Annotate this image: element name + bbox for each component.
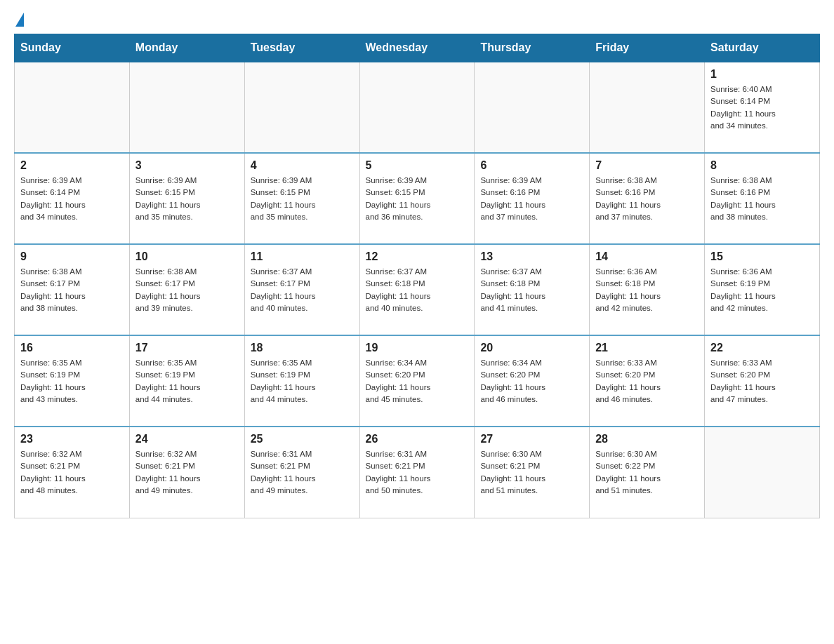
day-info: Sunrise: 6:38 AM Sunset: 6:16 PM Dayligh… bbox=[710, 175, 814, 223]
day-number: 22 bbox=[710, 342, 814, 354]
calendar-week-row: 1Sunrise: 6:40 AM Sunset: 6:14 PM Daylig… bbox=[15, 62, 820, 153]
day-number: 1 bbox=[710, 68, 814, 81]
day-info: Sunrise: 6:40 AM Sunset: 6:14 PM Dayligh… bbox=[710, 83, 814, 132]
calendar-table: SundayMondayTuesdayWednesdayThursdayFrid… bbox=[14, 34, 820, 518]
calendar-day-cell bbox=[129, 62, 244, 153]
day-info: Sunrise: 6:33 AM Sunset: 6:20 PM Dayligh… bbox=[595, 357, 699, 405]
calendar-day-cell: 4Sunrise: 6:39 AM Sunset: 6:15 PM Daylig… bbox=[244, 153, 359, 244]
day-number: 4 bbox=[251, 159, 354, 172]
calendar-day-cell: 12Sunrise: 6:37 AM Sunset: 6:18 PM Dayli… bbox=[359, 244, 475, 335]
day-info: Sunrise: 6:38 AM Sunset: 6:17 PM Dayligh… bbox=[20, 266, 124, 314]
calendar-day-cell: 22Sunrise: 6:33 AM Sunset: 6:20 PM Dayli… bbox=[705, 335, 820, 427]
calendar-day-cell: 21Sunrise: 6:33 AM Sunset: 6:20 PM Dayli… bbox=[590, 335, 705, 427]
calendar-day-cell: 20Sunrise: 6:34 AM Sunset: 6:20 PM Dayli… bbox=[475, 335, 590, 427]
calendar-day-cell: 26Sunrise: 6:31 AM Sunset: 6:21 PM Dayli… bbox=[359, 427, 475, 518]
day-number: 26 bbox=[366, 433, 469, 445]
calendar-header-row: SundayMondayTuesdayWednesdayThursdayFrid… bbox=[15, 34, 820, 62]
day-number: 12 bbox=[366, 250, 469, 263]
calendar-day-cell: 9Sunrise: 6:38 AM Sunset: 6:17 PM Daylig… bbox=[15, 244, 130, 335]
calendar-day-cell bbox=[475, 62, 590, 153]
day-number: 2 bbox=[20, 159, 124, 172]
day-info: Sunrise: 6:34 AM Sunset: 6:20 PM Dayligh… bbox=[480, 357, 583, 405]
day-info: Sunrise: 6:36 AM Sunset: 6:19 PM Dayligh… bbox=[710, 266, 814, 314]
day-info: Sunrise: 6:31 AM Sunset: 6:21 PM Dayligh… bbox=[366, 448, 469, 497]
calendar-week-row: 9Sunrise: 6:38 AM Sunset: 6:17 PM Daylig… bbox=[15, 244, 820, 335]
day-info: Sunrise: 6:38 AM Sunset: 6:17 PM Dayligh… bbox=[135, 266, 239, 314]
day-number: 21 bbox=[595, 342, 699, 354]
day-number: 8 bbox=[710, 159, 814, 172]
day-info: Sunrise: 6:36 AM Sunset: 6:18 PM Dayligh… bbox=[595, 266, 699, 314]
day-number: 5 bbox=[366, 159, 469, 172]
calendar-day-cell: 28Sunrise: 6:30 AM Sunset: 6:22 PM Dayli… bbox=[590, 427, 705, 518]
calendar-day-cell: 24Sunrise: 6:32 AM Sunset: 6:21 PM Dayli… bbox=[129, 427, 244, 518]
day-number: 9 bbox=[20, 250, 124, 263]
day-number: 25 bbox=[251, 433, 354, 445]
calendar-day-header: Tuesday bbox=[244, 34, 359, 62]
day-info: Sunrise: 6:39 AM Sunset: 6:14 PM Dayligh… bbox=[20, 175, 124, 223]
calendar-day-cell: 13Sunrise: 6:37 AM Sunset: 6:18 PM Dayli… bbox=[475, 244, 590, 335]
day-number: 20 bbox=[480, 342, 583, 354]
day-number: 23 bbox=[20, 433, 124, 445]
calendar-day-cell: 23Sunrise: 6:32 AM Sunset: 6:21 PM Dayli… bbox=[15, 427, 130, 518]
calendar-day-cell: 7Sunrise: 6:38 AM Sunset: 6:16 PM Daylig… bbox=[590, 153, 705, 244]
day-number: 10 bbox=[135, 250, 239, 263]
calendar-day-header: Sunday bbox=[15, 34, 130, 62]
logo bbox=[14, 14, 24, 27]
calendar-day-cell bbox=[705, 427, 820, 518]
calendar-day-cell: 2Sunrise: 6:39 AM Sunset: 6:14 PM Daylig… bbox=[15, 153, 130, 244]
day-info: Sunrise: 6:32 AM Sunset: 6:21 PM Dayligh… bbox=[135, 448, 239, 497]
day-info: Sunrise: 6:35 AM Sunset: 6:19 PM Dayligh… bbox=[20, 357, 124, 405]
day-number: 3 bbox=[135, 159, 239, 172]
day-number: 17 bbox=[135, 342, 239, 354]
calendar-day-cell bbox=[590, 62, 705, 153]
day-number: 15 bbox=[710, 250, 814, 263]
calendar-day-header: Thursday bbox=[475, 34, 590, 62]
calendar-day-header: Monday bbox=[129, 34, 244, 62]
day-info: Sunrise: 6:39 AM Sunset: 6:15 PM Dayligh… bbox=[251, 175, 354, 223]
day-number: 24 bbox=[135, 433, 239, 445]
logo-triangle-icon bbox=[15, 13, 24, 27]
page-header bbox=[14, 14, 820, 27]
day-info: Sunrise: 6:31 AM Sunset: 6:21 PM Dayligh… bbox=[251, 448, 354, 497]
day-info: Sunrise: 6:35 AM Sunset: 6:19 PM Dayligh… bbox=[135, 357, 239, 405]
calendar-day-cell bbox=[359, 62, 475, 153]
day-number: 11 bbox=[251, 250, 354, 263]
calendar-day-cell: 15Sunrise: 6:36 AM Sunset: 6:19 PM Dayli… bbox=[705, 244, 820, 335]
day-info: Sunrise: 6:37 AM Sunset: 6:18 PM Dayligh… bbox=[366, 266, 469, 314]
day-number: 27 bbox=[480, 433, 583, 445]
day-info: Sunrise: 6:37 AM Sunset: 6:18 PM Dayligh… bbox=[480, 266, 583, 314]
calendar-day-cell: 17Sunrise: 6:35 AM Sunset: 6:19 PM Dayli… bbox=[129, 335, 244, 427]
day-info: Sunrise: 6:33 AM Sunset: 6:20 PM Dayligh… bbox=[710, 357, 814, 405]
calendar-day-cell: 10Sunrise: 6:38 AM Sunset: 6:17 PM Dayli… bbox=[129, 244, 244, 335]
calendar-day-header: Saturday bbox=[705, 34, 820, 62]
day-info: Sunrise: 6:39 AM Sunset: 6:15 PM Dayligh… bbox=[366, 175, 469, 223]
calendar-day-cell bbox=[15, 62, 130, 153]
calendar-day-header: Wednesday bbox=[359, 34, 475, 62]
day-info: Sunrise: 6:39 AM Sunset: 6:15 PM Dayligh… bbox=[135, 175, 239, 223]
calendar-day-cell: 8Sunrise: 6:38 AM Sunset: 6:16 PM Daylig… bbox=[705, 153, 820, 244]
day-info: Sunrise: 6:30 AM Sunset: 6:21 PM Dayligh… bbox=[480, 448, 583, 497]
calendar-day-cell: 5Sunrise: 6:39 AM Sunset: 6:15 PM Daylig… bbox=[359, 153, 475, 244]
day-info: Sunrise: 6:39 AM Sunset: 6:16 PM Dayligh… bbox=[480, 175, 583, 223]
day-number: 6 bbox=[480, 159, 583, 172]
calendar-week-row: 2Sunrise: 6:39 AM Sunset: 6:14 PM Daylig… bbox=[15, 153, 820, 244]
day-number: 13 bbox=[480, 250, 583, 263]
calendar-day-cell: 6Sunrise: 6:39 AM Sunset: 6:16 PM Daylig… bbox=[475, 153, 590, 244]
day-info: Sunrise: 6:30 AM Sunset: 6:22 PM Dayligh… bbox=[595, 448, 699, 497]
calendar-day-cell: 11Sunrise: 6:37 AM Sunset: 6:17 PM Dayli… bbox=[244, 244, 359, 335]
day-info: Sunrise: 6:32 AM Sunset: 6:21 PM Dayligh… bbox=[20, 448, 124, 497]
calendar-day-cell: 27Sunrise: 6:30 AM Sunset: 6:21 PM Dayli… bbox=[475, 427, 590, 518]
calendar-week-row: 16Sunrise: 6:35 AM Sunset: 6:19 PM Dayli… bbox=[15, 335, 820, 427]
day-number: 19 bbox=[366, 342, 469, 354]
calendar-day-cell: 25Sunrise: 6:31 AM Sunset: 6:21 PM Dayli… bbox=[244, 427, 359, 518]
calendar-day-cell: 14Sunrise: 6:36 AM Sunset: 6:18 PM Dayli… bbox=[590, 244, 705, 335]
calendar-day-cell: 1Sunrise: 6:40 AM Sunset: 6:14 PM Daylig… bbox=[705, 62, 820, 153]
day-info: Sunrise: 6:34 AM Sunset: 6:20 PM Dayligh… bbox=[366, 357, 469, 405]
calendar-week-row: 23Sunrise: 6:32 AM Sunset: 6:21 PM Dayli… bbox=[15, 427, 820, 518]
calendar-day-cell bbox=[244, 62, 359, 153]
day-number: 16 bbox=[20, 342, 124, 354]
calendar-day-header: Friday bbox=[590, 34, 705, 62]
calendar-day-cell: 3Sunrise: 6:39 AM Sunset: 6:15 PM Daylig… bbox=[129, 153, 244, 244]
calendar-day-cell: 16Sunrise: 6:35 AM Sunset: 6:19 PM Dayli… bbox=[15, 335, 130, 427]
day-number: 18 bbox=[251, 342, 354, 354]
